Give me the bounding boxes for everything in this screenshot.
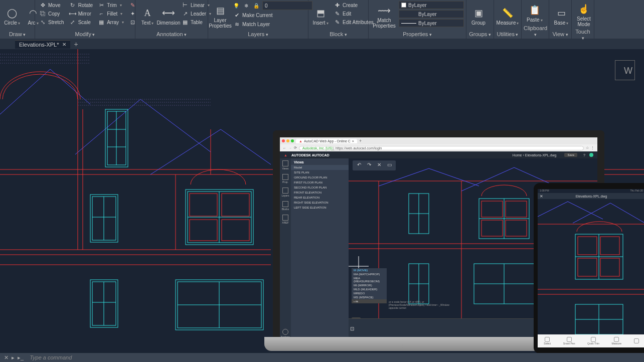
- view-second[interactable]: SECOND FLOOR PLAN: [291, 185, 349, 190]
- view-ground[interactable]: GROUND FLOOR PLAN: [291, 175, 349, 180]
- rail-blocks[interactable]: Blocks: [282, 201, 289, 211]
- reload-icon[interactable]: ⟳: [294, 146, 297, 150]
- new-tab-button[interactable]: +: [74, 40, 78, 48]
- text-icon: A: [140, 6, 154, 20]
- avatar[interactable]: [589, 153, 593, 157]
- lineweight-combo[interactable]: ByLayer: [399, 10, 464, 18]
- view-front[interactable]: FRONT ELEVATION: [291, 190, 349, 195]
- measure-button[interactable]: 📏Measure: [496, 1, 519, 31]
- rail-layers[interactable]: Layers: [281, 188, 289, 197]
- view-site[interactable]: SITE PLAN: [291, 170, 349, 175]
- circle-button[interactable]: ◯Circle: [2, 1, 22, 31]
- svg-rect-74: [600, 237, 619, 255]
- btool-offset-icon[interactable]: ⊡: [350, 326, 356, 332]
- close-icon[interactable]: ✕: [540, 194, 543, 199]
- layer-off-icon[interactable]: 💡: [231, 3, 241, 9]
- window-controls[interactable]: [282, 139, 294, 142]
- close-icon[interactable]: ✕: [62, 42, 66, 47]
- command-line[interactable]: ✕ ▸ ▸_ Type a command: [0, 353, 644, 362]
- tbtn-select[interactable]: Select: [544, 337, 551, 345]
- insert-button[interactable]: ⬒Insert: [310, 1, 331, 31]
- view-right[interactable]: RIGHT SIDE ELEVATION: [291, 200, 349, 205]
- panel-draw[interactable]: Draw: [2, 31, 33, 38]
- view-model[interactable]: Model: [291, 165, 349, 170]
- view-first[interactable]: FIRST FLOOR PLAN: [291, 180, 349, 185]
- forward-icon[interactable]: →: [288, 146, 292, 150]
- rotate-button[interactable]: ↻Rotate: [67, 1, 95, 9]
- command-input[interactable]: Type a command: [28, 354, 644, 360]
- new-tab-button[interactable]: +: [359, 138, 362, 143]
- erase-icon: ✎: [129, 2, 136, 9]
- copy-button[interactable]: ⿻Copy: [37, 10, 66, 18]
- rail-xref[interactable]: XREF: [282, 215, 288, 224]
- rail-properties[interactable]: Prop.: [282, 174, 288, 184]
- view-rear[interactable]: REAR ELEVATION: [291, 195, 349, 200]
- layer-combo[interactable]: 0: [262, 1, 312, 10]
- layer-freeze-icon[interactable]: ❄: [242, 3, 250, 9]
- fillet-button[interactable]: ⌐Fillet: [96, 10, 126, 18]
- command-suggestions[interactable]: M (MOVE) MA (MATCHPROP) MEA (MEASUREGEOM…: [352, 268, 387, 303]
- panel-properties[interactable]: Properties: [371, 31, 464, 38]
- suggest-item[interactable]: MA (MATCHPROP): [352, 272, 387, 276]
- suggest-item[interactable]: M (MOVE): [352, 268, 387, 272]
- layer-lock-icon[interactable]: 🔒: [251, 3, 261, 9]
- panel-modify[interactable]: Modify: [37, 31, 133, 38]
- panel-view[interactable]: View: [551, 31, 569, 38]
- explode-icon: ✦: [129, 10, 136, 17]
- stretch-button[interactable]: ⤡Stretch: [37, 18, 66, 26]
- tbtn-more[interactable]: [634, 338, 639, 343]
- panel-annotation[interactable]: Annotation: [137, 31, 206, 38]
- scale-button[interactable]: ⤢Scale: [67, 18, 95, 26]
- edit-attr-icon: ✎: [334, 19, 341, 26]
- svg-rect-54: [481, 220, 503, 236]
- group-button[interactable]: ▣Group: [468, 1, 489, 31]
- array-button[interactable]: ▦Array: [96, 18, 126, 26]
- select-mode-button[interactable]: ☝Select Mode: [574, 1, 594, 28]
- linetype-combo[interactable]: ByLayer: [399, 19, 464, 27]
- document-tab[interactable]: Elevations-XPL* ✕: [15, 40, 70, 49]
- panel-utilities[interactable]: Utilities: [496, 31, 519, 38]
- make-current-button[interactable]: ✔Make Current: [231, 11, 312, 19]
- view-left[interactable]: LEFT SIDE ELEVATION: [291, 205, 349, 210]
- suggest-item[interactable]: MREDO: [352, 291, 387, 295]
- url-input[interactable]: Autodesk, Inc. [US] | https://web.autoca…: [299, 146, 584, 150]
- panel-groups[interactable]: Groups: [468, 31, 492, 38]
- match-props-button[interactable]: ⟿Match Properties: [371, 1, 398, 31]
- mirror-button[interactable]: ⟷Mirror: [67, 10, 95, 18]
- layer-props-button[interactable]: ▤Layer Properties: [210, 1, 230, 31]
- match-layer-button[interactable]: ≋Match Layer: [231, 20, 312, 28]
- move-button[interactable]: ✥Move: [37, 1, 66, 9]
- suggest-item[interactable]: MI (MIRROR): [352, 283, 387, 287]
- paste-button[interactable]: 📋Paste: [524, 1, 546, 25]
- suggest-item[interactable]: MEA (MEASUREGEOM): [352, 276, 387, 283]
- suggest-item[interactable]: MLD (MLEADER): [352, 287, 387, 291]
- scale-icon: ⤢: [69, 19, 76, 26]
- panel-layers[interactable]: Layers: [210, 31, 306, 38]
- star-icon[interactable]: ☆: [586, 146, 589, 150]
- color-combo[interactable]: ByLayer: [399, 1, 464, 9]
- help-icon[interactable]: ?: [583, 153, 585, 157]
- cmd-close-icon[interactable]: ✕: [4, 354, 9, 361]
- viewcube[interactable]: W: [610, 55, 640, 85]
- cmd-history-icon[interactable]: ▸: [12, 354, 15, 361]
- tbtn-measure[interactable]: Measure: [612, 337, 621, 345]
- suggest-item[interactable]: MS (MSPACE): [352, 295, 387, 299]
- tbtn-quicktrim[interactable]: Quick Trim: [587, 337, 599, 345]
- menu-icon[interactable]: ⋮: [591, 146, 594, 150]
- dimension-button[interactable]: ⟷Dimension: [158, 1, 179, 31]
- trim-button[interactable]: ✂Trim: [96, 1, 126, 9]
- rail-views[interactable]: Views: [282, 160, 288, 170]
- save-button[interactable]: Save: [564, 153, 577, 157]
- panel-block[interactable]: Block: [310, 31, 366, 38]
- panel-clipboard[interactable]: Clipboard: [524, 25, 547, 38]
- tablet-device: 1:08 PMThu Feb 20 ✕ Elevations-XPL.dwg S…: [534, 183, 644, 353]
- tbtn-smartpen[interactable]: Smart Pen: [563, 337, 575, 345]
- cmd-prompt-icon: ▸_: [18, 354, 24, 361]
- browser-tab[interactable]: ▲AutoCAD Web App - Online C×: [296, 139, 357, 143]
- back-icon[interactable]: ←: [283, 146, 286, 150]
- close-icon[interactable]: ×: [352, 139, 354, 143]
- text-button[interactable]: AText: [137, 1, 157, 31]
- breadcrumb[interactable]: Home › Elevations-XPL.dwg: [513, 153, 557, 157]
- base-button[interactable]: ▭Base: [551, 1, 571, 31]
- panel-touch[interactable]: Touch: [574, 28, 592, 41]
